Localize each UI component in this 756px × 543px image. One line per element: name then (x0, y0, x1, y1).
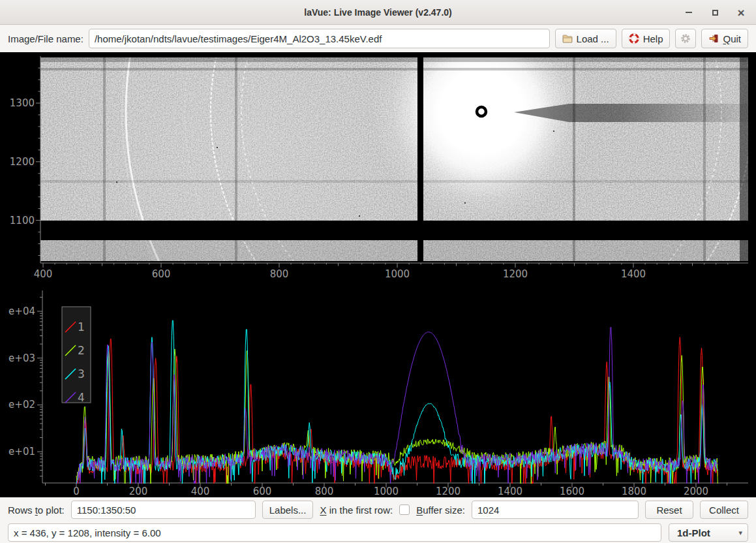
reset-button[interactable]: Reset (645, 501, 693, 519)
image-y-axis: 130012001100 (10, 68, 40, 255)
plot-mode-dropdown[interactable]: 1d-Plot ▾ (669, 523, 748, 542)
exit-door-icon (708, 33, 719, 44)
file-name-input[interactable] (89, 29, 550, 48)
svg-text:1: 1 (78, 320, 85, 334)
svg-text:1400: 1400 (621, 268, 646, 280)
svg-text:4: 4 (78, 391, 85, 404)
toolbar: Image/File name: Load ... Help (0, 25, 756, 52)
image-x-axis: 400600800100012001400 (34, 263, 728, 280)
svg-text:600: 600 (253, 486, 272, 497)
window-title: laVue: Live Image Viewer (v2.47.0) (304, 7, 451, 18)
load-button[interactable]: Load ... (555, 29, 616, 48)
rows-to-plot-input[interactable] (71, 501, 256, 519)
svg-text:1200: 1200 (436, 486, 461, 497)
trace-3 (76, 320, 718, 484)
detector-image[interactable] (40, 52, 748, 285)
gear-icon (680, 33, 691, 44)
svg-text:1300: 1300 (10, 97, 35, 109)
minimize-icon[interactable] (680, 4, 697, 21)
x-first-row-checkbox[interactable] (399, 504, 410, 515)
svg-text:1e+04: 1e+04 (8, 305, 35, 317)
help-button-label: Help (643, 33, 663, 44)
file-name-label: Image/File name: (8, 33, 83, 44)
collect-button[interactable]: Collect (700, 501, 748, 519)
plot-x-axis: 0200400600800100012001400160018002000 (46, 483, 727, 497)
detector-image-panel[interactable]: 130012001100 400600800100012001400 (8, 52, 748, 285)
oned-plot-panel[interactable]: 1e+041e+031e+021e+01 0200400600800100012… (8, 287, 748, 497)
svg-text:800: 800 (270, 268, 289, 280)
svg-text:1600: 1600 (560, 486, 584, 497)
svg-text:200: 200 (129, 486, 148, 497)
quit-button[interactable]: Quit (701, 29, 748, 48)
svg-text:1000: 1000 (374, 486, 399, 497)
svg-text:400: 400 (191, 486, 210, 497)
svg-text:400: 400 (34, 268, 53, 280)
quit-button-label: Quit (723, 33, 741, 44)
plot-legend[interactable]: 1234 (62, 307, 91, 404)
svg-text:1400: 1400 (498, 486, 522, 497)
rows-to-plot-label: Rows to plot: (8, 504, 65, 516)
svg-text:1e+02: 1e+02 (8, 399, 35, 411)
close-icon[interactable]: × (733, 4, 749, 21)
svg-text:600: 600 (152, 268, 171, 280)
lavue-window: laVue: Live Image Viewer (v2.47.0) × Ima… (0, 0, 756, 543)
pixel-status-field (8, 523, 661, 542)
labels-button[interactable]: Labels... (262, 501, 314, 519)
lifebuoy-icon (629, 33, 639, 44)
settings-button[interactable] (675, 29, 696, 48)
svg-text:0: 0 (73, 486, 80, 497)
plot-traces (76, 320, 718, 484)
svg-text:1800: 1800 (622, 486, 646, 497)
svg-text:1200: 1200 (10, 156, 35, 168)
svg-text:800: 800 (315, 486, 334, 497)
svg-text:1e+01: 1e+01 (8, 446, 35, 458)
svg-text:1e+03: 1e+03 (8, 352, 35, 364)
status-row: 1d-Plot ▾ (0, 520, 756, 543)
help-button[interactable]: Help (622, 29, 671, 48)
svg-text:1000: 1000 (385, 268, 410, 280)
svg-text:1200: 1200 (503, 268, 528, 280)
folder-icon (562, 34, 573, 43)
plot-y-axis: 1e+041e+031e+021e+01 (8, 297, 42, 476)
svg-text:2000: 2000 (684, 486, 708, 497)
buffer-size-input[interactable] (472, 501, 639, 519)
window-controls: × (680, 0, 749, 25)
svg-text:3: 3 (78, 367, 85, 380)
x-first-row-label: X in the first row: (320, 504, 393, 516)
load-button-label: Load ... (577, 33, 609, 44)
chevron-down-icon: ▾ (738, 529, 742, 537)
plot-area: 130012001100 400600800100012001400 1e+04… (0, 52, 756, 497)
svg-text:2: 2 (78, 344, 85, 357)
svg-text:1100: 1100 (10, 215, 35, 226)
maximize-icon[interactable] (706, 4, 723, 21)
titlebar[interactable]: laVue: Live Image Viewer (v2.47.0) × (0, 0, 756, 25)
plot-mode-value: 1d-Plot (677, 527, 710, 538)
plot-controls-row: Rows to plot: Labels... X in the first r… (0, 497, 756, 520)
buffer-size-label: Buffer size: (416, 504, 465, 516)
